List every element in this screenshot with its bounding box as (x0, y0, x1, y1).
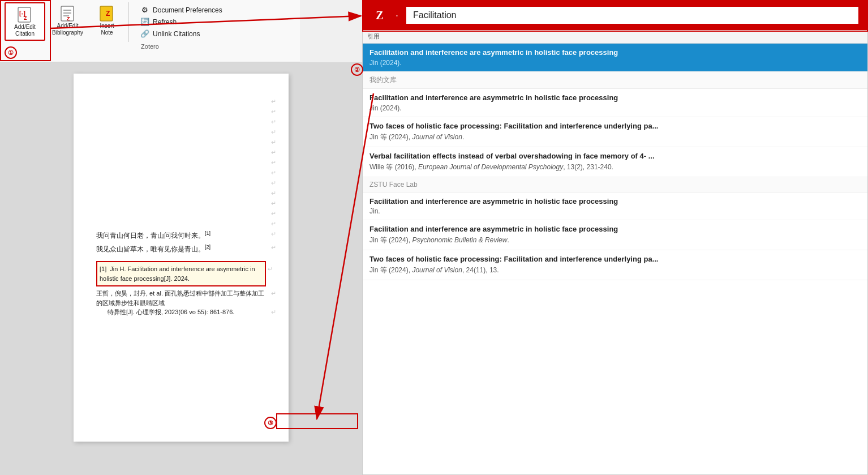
result-item-3[interactable]: Facilitation and interference are asymme… (363, 192, 867, 221)
newline-9 (96, 178, 266, 188)
document-page: 我问青山何日老，青山问我何时来。[1] 我见众山皆草木，唯有见你是青山。[2] … (74, 74, 289, 442)
zotero-search-input[interactable] (413, 10, 852, 20)
citation-icon: [-] Z (16, 6, 34, 24)
svg-text:Z: Z (24, 15, 27, 21)
unlink-citations-label: Unlink Citations (153, 30, 200, 38)
add-edit-citation-button[interactable]: [-] Z Add/Edit Citation (5, 2, 45, 41)
citation-ref-2: [2] (205, 244, 210, 250)
zotero-search-box[interactable] (405, 6, 860, 25)
result-4-subtitle: Jin 等 (2024), Psychonomic Bulletin & Rev… (369, 236, 861, 245)
ref-2-block: 王哲，倪昊，封丹, et al. 面孔熟悉过程中部件加工与整体加工的区域异步性和… (96, 289, 266, 317)
refresh-label: Refresh (153, 18, 177, 26)
ref-2-text-prefix: 王哲，倪昊，封丹, et al. 面孔熟悉过程中部件加工与整体加工的区域异步性和… (96, 290, 264, 306)
note-icon: Z (98, 5, 116, 23)
result-5-subtitle: Jin 等 (2024), Journal of Vision, 24(11),… (369, 266, 861, 275)
bibliography-icon: Z (59, 5, 77, 23)
bibliography-label2: Bibliography (52, 29, 83, 36)
zstu-section-header: ZSTU Face Lab (363, 177, 867, 192)
search-results-label: 引用 (363, 30, 867, 44)
newline-6 (96, 147, 266, 157)
ref-2-line1: 王哲，倪昊，封丹, et al. 面孔熟悉过程中部件加工与整体加工的区域异步性和… (96, 289, 266, 307)
toolbar-divider (128, 2, 129, 42)
unlink-citations-item[interactable]: 🔗 Unlink Citations (138, 28, 225, 39)
result-item-4[interactable]: Facilitation and interference are asymme… (363, 220, 867, 250)
zotero-logo: Z (371, 6, 389, 24)
newline-11 (96, 198, 266, 208)
selected-result-title: Facilitation and interference are asymme… (369, 48, 861, 58)
newline-5 (96, 137, 266, 147)
body-text-2: 我见众山皆草木，唯有见你是青山。 (96, 245, 205, 253)
annotation-1: ① (5, 46, 17, 59)
bibliography-label1: Add/Edit (57, 23, 79, 29)
result-5-title: Two faces of holistic face processing: F… (369, 255, 861, 264)
add-edit-citation-label: Add/Edit (14, 24, 36, 31)
annotation-3: ③ (264, 417, 277, 429)
ref-2-line2: 特异性[J]. 心理学报, 2023(06 vo 55): 861-876. (96, 307, 266, 317)
zotero-toolbar: [-] Z Add/Edit Citation Z Add/Edit Bibli… (0, 0, 300, 62)
newline-10 (96, 188, 266, 198)
insert-note-label1: Insert (100, 23, 114, 29)
refresh-item[interactable]: 🔄 Refresh (138, 16, 225, 27)
my-library-section-header: 我的文库 (363, 72, 867, 89)
add-edit-bibliography-button[interactable]: Z Add/Edit Bibliography (48, 2, 88, 38)
svg-text:Z: Z (67, 16, 70, 22)
newline-1 (96, 96, 266, 106)
result-item-2[interactable]: Verbal facilitation effects instead of v… (363, 147, 867, 177)
body-line-1: 我问青山何日老，青山问我何时来。[1] (96, 229, 266, 242)
insert-note-label2: Note (101, 29, 113, 36)
result-1-title: Two faces of holistic face processing: F… (369, 122, 861, 131)
result-3-subtitle: Jin. (369, 207, 861, 215)
result-3-title: Facilitation and interference are asymme… (369, 197, 861, 207)
result-item-selected[interactable]: Facilitation and interference are asymme… (363, 44, 867, 72)
ref-1-num: [1] (100, 266, 106, 272)
references-section: [1] Jin H. Facilitation and interference… (96, 261, 266, 286)
unlink-icon: 🔗 (140, 29, 149, 38)
ref-1-line: [1] Jin H. Facilitation and interference… (100, 264, 263, 283)
add-edit-citation-label2: Citation (15, 31, 35, 37)
result-0-title: Facilitation and interference are asymme… (369, 93, 861, 103)
newline-12 (96, 208, 266, 219)
ref-1-text: Jin H. Facilitation and interference are… (100, 266, 255, 282)
insert-note-button[interactable]: Z Insert Note (90, 2, 124, 38)
result-item-1[interactable]: Two faces of holistic face processing: F… (363, 117, 867, 147)
zotero-panel: Z · 引用 Facilitation and interference are… (362, 0, 868, 475)
toolbar-menu: ⚙ Document Preferences 🔄 Refresh 🔗 Unlin… (134, 2, 225, 39)
result-item-0[interactable]: Facilitation and interference are asymme… (363, 89, 867, 117)
result-item-5[interactable]: Two faces of holistic face processing: F… (363, 250, 867, 280)
result-2-subtitle: Wille 等 (2016), European Journal of Deve… (369, 162, 861, 172)
newline-13 (96, 219, 266, 229)
svg-text:Z: Z (106, 10, 110, 18)
newline-8 (96, 168, 266, 178)
document-area: 我问青山何日老，青山问我何时来。[1] 我见众山皆草木，唯有见你是青山。[2] … (0, 62, 362, 475)
refresh-icon: 🔄 (140, 18, 149, 26)
newline-3 (96, 117, 266, 127)
body-text-1: 我问青山何日老，青山问我何时来。 (96, 232, 205, 239)
zotero-section-label: Zotero (5, 43, 295, 50)
selected-result-subtitle: Jin (2024). (369, 59, 861, 67)
newline-4 (96, 127, 266, 137)
document-preferences-label: Document Preferences (153, 6, 222, 14)
separator: · (396, 10, 398, 22)
newline-2 (96, 106, 266, 117)
result-4-title: Facilitation and interference are asymme… (369, 225, 861, 234)
result-0-subtitle: Jin (2024). (369, 104, 861, 112)
body-line-2: 我见众山皆草木，唯有见你是青山。[2] (96, 242, 266, 256)
document-preferences-item[interactable]: ⚙ Document Preferences (138, 5, 225, 15)
result-1-subtitle: Jin 等 (2024), Journal of Vision. (369, 132, 861, 142)
citation-ref-1: [1] (205, 230, 210, 236)
annotation-2: ② (351, 63, 363, 76)
zotero-search-header: Z · (363, 1, 867, 30)
newline-7 (96, 157, 266, 168)
result-2-title: Verbal facilitation effects instead of v… (369, 152, 861, 161)
preferences-icon: ⚙ (140, 6, 149, 14)
